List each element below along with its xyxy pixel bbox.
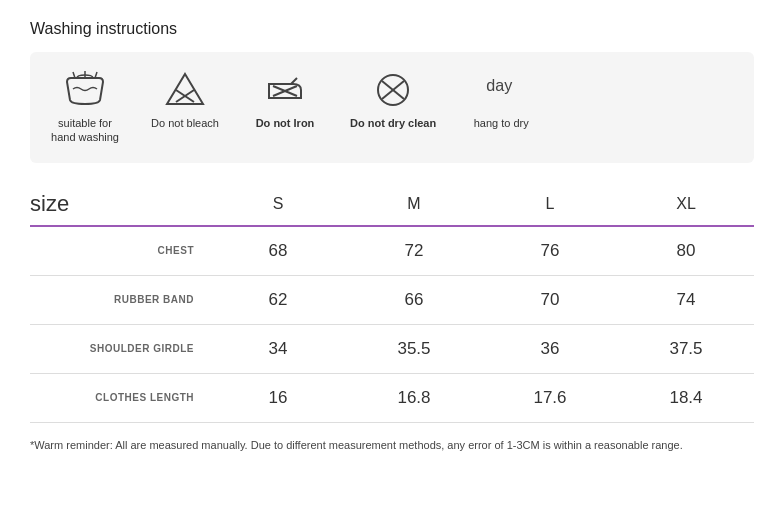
hang-dry-icon: day (479, 70, 523, 110)
wash-item-hang-dry: day hang to dry (466, 70, 536, 130)
row-val-cl-l: 17.6 (482, 388, 618, 408)
row-val-cl-s: 16 (210, 388, 346, 408)
row-val-chest-s: 68 (210, 241, 346, 261)
size-column-label: size (30, 191, 210, 217)
hand-wash-icon (63, 70, 107, 110)
size-header-row: size S M L XL (30, 191, 754, 227)
no-iron-icon (263, 70, 307, 110)
row-label-rubber-band: RUBBER BAND (30, 294, 210, 305)
row-val-sg-xl: 37.5 (618, 339, 754, 359)
wash-item-no-dry-clean: Do not dry clean (350, 70, 436, 130)
row-val-chest-xl: 80 (618, 241, 754, 261)
size-section: size S M L XL CHEST 68 72 76 80 RUBBER B… (30, 191, 754, 423)
row-label-clothes-length: CLOTHES LENGTH (30, 392, 210, 403)
hang-dry-label: hang to dry (474, 116, 529, 130)
washing-title: Washing instructions (30, 20, 754, 38)
row-label-chest: CHEST (30, 245, 210, 256)
wash-item-no-bleach: Do not bleach (150, 70, 220, 130)
warm-reminder: *Warm reminder: All are measured manuall… (30, 437, 754, 454)
row-val-rb-s: 62 (210, 290, 346, 310)
row-label-shoulder-girdle: SHOULDER GIRDLE (30, 343, 210, 354)
row-val-chest-l: 76 (482, 241, 618, 261)
table-row-chest: CHEST 68 72 76 80 (30, 227, 754, 276)
table-row-shoulder-girdle: SHOULDER GIRDLE 34 35.5 36 37.5 (30, 325, 754, 374)
size-col-xl: XL (618, 195, 754, 213)
table-row-rubber-band: RUBBER BAND 62 66 70 74 (30, 276, 754, 325)
svg-text:day: day (487, 76, 514, 94)
row-val-sg-l: 36 (482, 339, 618, 359)
size-col-l: L (482, 195, 618, 213)
row-val-rb-l: 70 (482, 290, 618, 310)
row-val-cl-xl: 18.4 (618, 388, 754, 408)
row-val-sg-m: 35.5 (346, 339, 482, 359)
washing-box: suitable forhand washing Do not bleach D… (30, 52, 754, 163)
row-val-sg-s: 34 (210, 339, 346, 359)
no-bleach-icon (163, 70, 207, 110)
table-row-clothes-length: CLOTHES LENGTH 16 16.8 17.6 18.4 (30, 374, 754, 423)
no-iron-label: Do not Iron (256, 116, 315, 130)
no-dry-clean-label: Do not dry clean (350, 116, 436, 130)
row-val-chest-m: 72 (346, 241, 482, 261)
wash-item-hand-wash: suitable forhand washing (50, 70, 120, 145)
size-col-m: M (346, 195, 482, 213)
no-dry-clean-icon (371, 70, 415, 110)
size-col-s: S (210, 195, 346, 213)
no-bleach-label: Do not bleach (151, 116, 219, 130)
row-val-cl-m: 16.8 (346, 388, 482, 408)
wash-item-no-iron: Do not Iron (250, 70, 320, 130)
hand-wash-label: suitable forhand washing (51, 116, 119, 145)
row-val-rb-xl: 74 (618, 290, 754, 310)
row-val-rb-m: 66 (346, 290, 482, 310)
